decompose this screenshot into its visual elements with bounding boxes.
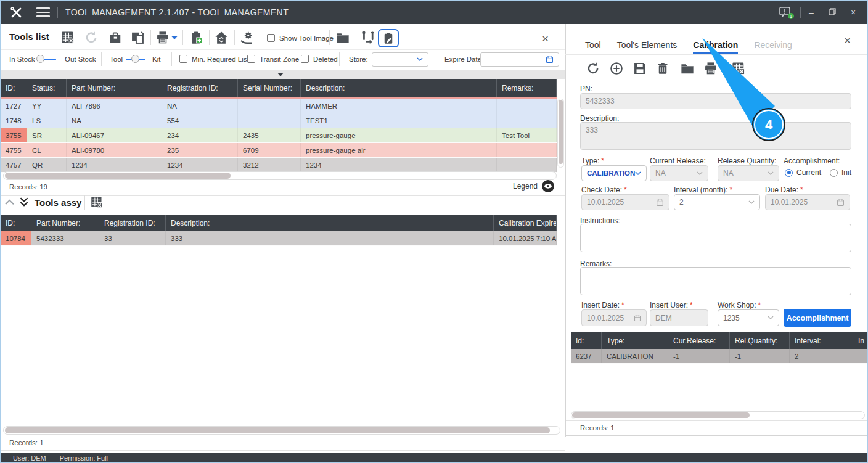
column-header[interactable]: ID: bbox=[1, 79, 27, 97]
menu-hamburger-icon[interactable] bbox=[36, 5, 50, 20]
column-header[interactable]: Part Number: bbox=[31, 215, 99, 231]
table-row[interactable]: 1748LSNA554TEST1 bbox=[1, 113, 557, 128]
column-header[interactable]: Calibration Expire Date bbox=[494, 215, 557, 231]
stock-toggle[interactable] bbox=[36, 55, 56, 64]
radio-init[interactable] bbox=[830, 169, 838, 177]
print-icon[interactable] bbox=[155, 31, 170, 44]
close-detail-panel-icon[interactable]: × bbox=[844, 35, 851, 46]
column-header[interactable]: Description: bbox=[301, 79, 497, 97]
tools-table-horizontal-scrollbar[interactable] bbox=[3, 171, 557, 180]
tab-tools-elements[interactable]: Tool's Elements bbox=[617, 40, 678, 54]
calibration-horizontal-scrollbar[interactable] bbox=[571, 411, 865, 419]
calibration-export-excel-icon[interactable] bbox=[732, 62, 745, 75]
table-row[interactable]: 4755CLALI-097802356709pressure-gauge air bbox=[1, 143, 557, 158]
pn-input[interactable]: 5432333 bbox=[580, 93, 851, 109]
close-window-button[interactable]: × bbox=[843, 7, 864, 17]
collapse-up-chevron-icon[interactable] bbox=[5, 199, 14, 205]
radio-current[interactable] bbox=[785, 169, 793, 177]
calendar-icon[interactable] bbox=[546, 55, 554, 64]
store-home-icon[interactable] bbox=[214, 31, 229, 44]
tools-table-vertical-scrollbar[interactable] bbox=[557, 99, 564, 168]
print-dropdown-chevron-icon[interactable] bbox=[171, 36, 178, 40]
due-date-input[interactable]: 10.01.2025 bbox=[765, 194, 850, 210]
type-select[interactable]: CALIBRATION bbox=[581, 165, 647, 181]
table-cell bbox=[497, 158, 557, 172]
chevron-down-icon bbox=[768, 171, 774, 176]
column-header[interactable]: Serial Number: bbox=[238, 79, 301, 97]
deleted-option[interactable]: Deleted bbox=[301, 55, 338, 63]
calibration-refresh-icon[interactable] bbox=[586, 62, 600, 75]
current-release-select[interactable]: NA bbox=[650, 165, 708, 181]
toolbox-icon[interactable] bbox=[108, 31, 123, 44]
tools-assy-horizontal-scrollbar[interactable] bbox=[3, 426, 560, 435]
tab-tool[interactable]: Tool bbox=[585, 40, 601, 54]
assy-export-excel-icon[interactable] bbox=[91, 196, 103, 208]
table-row[interactable]: 1078454323333333310.01.2025 7:10 AM bbox=[1, 231, 557, 246]
tools-transfer-icon[interactable] bbox=[361, 31, 377, 44]
refresh-icon[interactable] bbox=[84, 31, 98, 44]
tab-receiving[interactable]: Receiving bbox=[754, 40, 792, 54]
release-quantity-select[interactable]: NA bbox=[718, 165, 779, 181]
save-icon[interactable] bbox=[633, 62, 647, 75]
table-row[interactable]: 3755SRALI-094672342435pressure-gaugeTest… bbox=[1, 128, 557, 143]
collapse-strip[interactable] bbox=[1, 70, 565, 79]
table-row[interactable]: 6237CALIBRATION-1-12 bbox=[571, 349, 868, 364]
transit-zone-option[interactable]: Transit Zone bbox=[247, 55, 299, 63]
deleted-checkbox[interactable] bbox=[301, 55, 309, 63]
add-record-icon[interactable] bbox=[610, 62, 623, 75]
tool-kit-toggle[interactable] bbox=[126, 55, 145, 64]
column-header[interactable]: Registration ID: bbox=[162, 79, 238, 97]
export-pages-icon[interactable] bbox=[130, 31, 145, 44]
column-header[interactable]: Interval: bbox=[790, 332, 853, 349]
column-header[interactable]: Rel.Quantity: bbox=[730, 332, 790, 349]
min-required-option[interactable]: Min. Required List bbox=[179, 55, 249, 63]
table-cell: 554 bbox=[162, 113, 238, 128]
table-cell: 3755 bbox=[1, 128, 27, 142]
interval-select[interactable]: 2 bbox=[674, 194, 760, 210]
store-select[interactable] bbox=[372, 52, 428, 67]
check-date-input[interactable]: 10.01.2025 bbox=[581, 194, 669, 210]
folder-icon[interactable] bbox=[335, 31, 350, 44]
table-row[interactable]: 4757QR1234123432121234 bbox=[1, 158, 557, 173]
close-tools-list-icon[interactable]: × bbox=[542, 33, 549, 44]
min-required-checkbox[interactable] bbox=[179, 55, 187, 63]
service-hand-gear-icon[interactable] bbox=[239, 31, 254, 44]
insert-user-input[interactable]: DEM bbox=[650, 309, 708, 326]
app-logo-tools-icon bbox=[9, 6, 23, 19]
column-header[interactable]: ID: bbox=[1, 215, 31, 231]
table-row[interactable]: 1727YYALI-7896NAHAMMER bbox=[1, 99, 557, 113]
work-shop-select[interactable]: 1235 bbox=[718, 309, 779, 326]
column-header[interactable]: Remarks: bbox=[497, 79, 557, 97]
description-textarea[interactable]: 333 bbox=[580, 122, 851, 150]
edit-clipboard-icon[interactable] bbox=[382, 32, 395, 44]
calibration-folder-icon[interactable] bbox=[680, 62, 695, 75]
expand-double-chevron-icon[interactable] bbox=[19, 197, 29, 207]
column-header[interactable]: Description: bbox=[166, 215, 494, 231]
paste-clipboard-icon[interactable] bbox=[189, 31, 203, 44]
feedback-icon[interactable]: 1 bbox=[779, 7, 792, 18]
column-header[interactable]: In bbox=[853, 332, 868, 349]
show-tool-image-option[interactable]: Show Tool Image bbox=[267, 34, 334, 42]
restore-button[interactable] bbox=[822, 7, 843, 17]
export-excel-icon[interactable] bbox=[61, 31, 75, 44]
column-header[interactable]: Id: bbox=[571, 332, 602, 349]
column-header[interactable]: Part Number: bbox=[67, 79, 162, 97]
delete-icon[interactable] bbox=[657, 62, 669, 75]
column-header[interactable]: Cur.Release: bbox=[668, 332, 730, 349]
remarks-textarea[interactable] bbox=[580, 267, 851, 295]
transit-zone-checkbox[interactable] bbox=[247, 55, 255, 63]
instructions-textarea[interactable] bbox=[580, 224, 851, 252]
table-cell bbox=[238, 113, 301, 128]
divider bbox=[209, 30, 210, 45]
column-header[interactable]: Type: bbox=[602, 332, 668, 349]
tab-calibration[interactable]: Calibration bbox=[693, 40, 738, 54]
accomplishment-button[interactable]: Accomplishment bbox=[784, 309, 851, 327]
calibration-print-icon[interactable] bbox=[703, 62, 718, 75]
expire-date-input[interactable] bbox=[480, 52, 559, 67]
column-header[interactable]: Registration ID: bbox=[99, 215, 166, 231]
column-header[interactable]: Status: bbox=[27, 79, 67, 97]
show-tool-image-checkbox[interactable] bbox=[267, 34, 275, 42]
insert-date-input[interactable]: 10.01.2025 bbox=[581, 309, 647, 326]
minimize-button[interactable]: – bbox=[801, 7, 822, 17]
legend-eye-icon[interactable] bbox=[542, 180, 554, 195]
